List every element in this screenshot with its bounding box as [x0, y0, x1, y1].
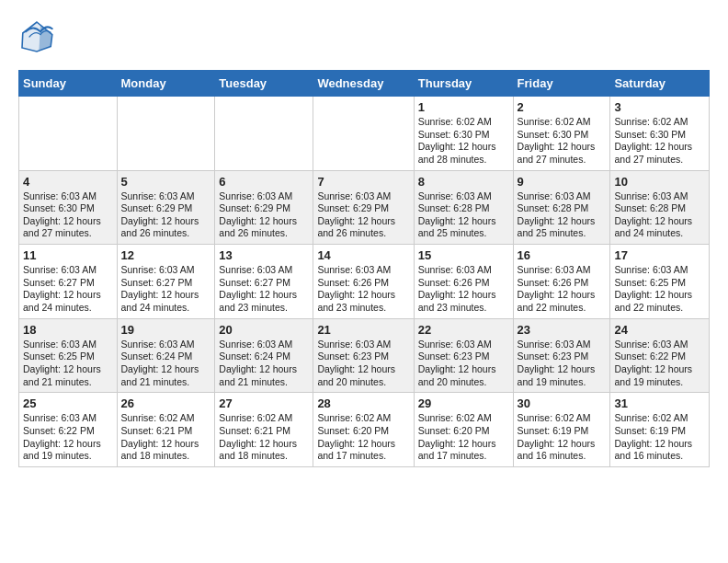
- calendar-cell: 18Sunrise: 6:03 AMSunset: 6:25 PMDayligh…: [19, 318, 118, 393]
- day-info: Sunrise: 6:02 AM: [518, 116, 607, 129]
- logo-icon: [18, 18, 55, 55]
- day-info: Sunrise: 6:03 AM: [614, 264, 705, 277]
- calendar-week-row: 11Sunrise: 6:03 AMSunset: 6:27 PMDayligh…: [19, 245, 710, 319]
- day-info: Daylight: 12 hours and 22 minutes.: [518, 289, 607, 314]
- day-info: Daylight: 12 hours and 23 minutes.: [418, 289, 509, 314]
- day-info: Daylight: 12 hours and 24 minutes.: [23, 289, 113, 314]
- day-info: Daylight: 12 hours and 20 minutes.: [317, 363, 409, 388]
- day-info: Sunset: 6:27 PM: [23, 277, 113, 290]
- calendar-cell: 3Sunrise: 6:02 AMSunset: 6:30 PMDaylight…: [610, 97, 710, 171]
- day-info: Sunset: 6:30 PM: [518, 129, 607, 142]
- day-number: 23: [518, 323, 607, 337]
- day-info: Sunset: 6:29 PM: [219, 202, 309, 215]
- day-info: Sunrise: 6:03 AM: [418, 264, 509, 277]
- day-info: Daylight: 12 hours and 25 minutes.: [518, 215, 607, 240]
- day-number: 31: [614, 396, 705, 410]
- calendar-cell: 31Sunrise: 6:02 AMSunset: 6:19 PMDayligh…: [610, 393, 710, 467]
- day-info: Sunrise: 6:02 AM: [317, 412, 409, 425]
- day-number: 3: [614, 100, 705, 114]
- day-info: Sunset: 6:30 PM: [418, 129, 509, 142]
- day-info: Sunrise: 6:03 AM: [121, 264, 211, 277]
- day-info: Sunset: 6:24 PM: [219, 350, 309, 363]
- day-info: Sunrise: 6:03 AM: [518, 339, 607, 351]
- day-number: 26: [121, 396, 211, 410]
- day-number: 17: [614, 248, 705, 262]
- day-number: 12: [121, 248, 211, 262]
- day-info: Sunrise: 6:03 AM: [518, 264, 607, 277]
- day-info: Sunrise: 6:03 AM: [614, 339, 705, 351]
- day-info: Sunrise: 6:02 AM: [418, 412, 509, 425]
- col-header-sunday: Sunday: [19, 71, 118, 97]
- calendar-cell: 30Sunrise: 6:02 AMSunset: 6:19 PMDayligh…: [513, 393, 610, 467]
- day-info: Sunset: 6:29 PM: [317, 202, 409, 215]
- day-info: Sunrise: 6:03 AM: [614, 190, 705, 203]
- calendar-cell: 26Sunrise: 6:02 AMSunset: 6:21 PMDayligh…: [117, 393, 215, 467]
- day-info: Sunset: 6:20 PM: [317, 425, 409, 438]
- day-number: 8: [418, 175, 509, 189]
- day-info: Sunrise: 6:03 AM: [219, 190, 309, 203]
- day-info: Sunset: 6:23 PM: [518, 350, 607, 363]
- day-info: Daylight: 12 hours and 23 minutes.: [317, 289, 409, 314]
- calendar-cell: [117, 97, 215, 171]
- day-info: Daylight: 12 hours and 16 minutes.: [614, 438, 705, 463]
- day-info: Daylight: 12 hours and 21 minutes.: [23, 363, 113, 388]
- calendar-cell: 12Sunrise: 6:03 AMSunset: 6:27 PMDayligh…: [117, 245, 215, 319]
- day-number: 29: [418, 396, 509, 410]
- day-number: 25: [23, 396, 113, 410]
- day-number: 19: [121, 323, 211, 337]
- day-number: 24: [614, 323, 705, 337]
- calendar-cell: 5Sunrise: 6:03 AMSunset: 6:29 PMDaylight…: [117, 170, 215, 245]
- day-info: Sunset: 6:19 PM: [518, 425, 607, 438]
- day-info: Daylight: 12 hours and 19 minutes.: [614, 363, 705, 388]
- day-info: Sunrise: 6:03 AM: [23, 264, 113, 277]
- calendar-cell: 14Sunrise: 6:03 AMSunset: 6:26 PMDayligh…: [313, 245, 414, 319]
- day-info: Sunrise: 6:02 AM: [418, 116, 509, 129]
- day-info: Sunrise: 6:03 AM: [121, 190, 211, 203]
- day-info: Sunset: 6:22 PM: [614, 350, 705, 363]
- calendar-cell: [19, 97, 118, 171]
- calendar-cell: 19Sunrise: 6:03 AMSunset: 6:24 PMDayligh…: [117, 318, 215, 393]
- calendar-cell: 16Sunrise: 6:03 AMSunset: 6:26 PMDayligh…: [513, 245, 610, 319]
- day-info: Sunrise: 6:03 AM: [23, 190, 113, 203]
- day-number: 16: [518, 248, 607, 262]
- day-number: 10: [614, 175, 705, 189]
- col-header-monday: Monday: [117, 71, 215, 97]
- day-number: 5: [121, 175, 211, 189]
- calendar-cell: 29Sunrise: 6:02 AMSunset: 6:20 PMDayligh…: [414, 393, 513, 467]
- day-info: Sunrise: 6:03 AM: [317, 264, 409, 277]
- page-header: [18, 18, 710, 55]
- day-info: Sunrise: 6:02 AM: [219, 412, 309, 425]
- day-info: Daylight: 12 hours and 27 minutes.: [518, 141, 607, 166]
- col-header-wednesday: Wednesday: [313, 71, 414, 97]
- day-info: Sunrise: 6:03 AM: [219, 339, 309, 351]
- col-header-thursday: Thursday: [414, 71, 513, 97]
- day-info: Daylight: 12 hours and 24 minutes.: [121, 289, 211, 314]
- day-number: 13: [219, 248, 309, 262]
- calendar-cell: 13Sunrise: 6:03 AMSunset: 6:27 PMDayligh…: [215, 245, 313, 319]
- calendar-week-row: 4Sunrise: 6:03 AMSunset: 6:30 PMDaylight…: [19, 170, 710, 245]
- day-info: Sunrise: 6:03 AM: [518, 190, 607, 203]
- day-info: Daylight: 12 hours and 25 minutes.: [418, 215, 509, 240]
- day-number: 11: [23, 248, 113, 262]
- day-number: 15: [418, 248, 509, 262]
- day-info: Sunset: 6:27 PM: [121, 277, 211, 290]
- day-info: Daylight: 12 hours and 26 minutes.: [121, 215, 211, 240]
- day-info: Daylight: 12 hours and 28 minutes.: [418, 141, 509, 166]
- col-header-saturday: Saturday: [610, 71, 710, 97]
- calendar-cell: 23Sunrise: 6:03 AMSunset: 6:23 PMDayligh…: [513, 318, 610, 393]
- day-info: Sunrise: 6:02 AM: [121, 412, 211, 425]
- day-info: Daylight: 12 hours and 26 minutes.: [219, 215, 309, 240]
- day-info: Sunset: 6:26 PM: [317, 277, 409, 290]
- day-info: Daylight: 12 hours and 23 minutes.: [219, 289, 309, 314]
- calendar-cell: 28Sunrise: 6:02 AMSunset: 6:20 PMDayligh…: [313, 393, 414, 467]
- calendar-header-row: SundayMondayTuesdayWednesdayThursdayFrid…: [19, 71, 710, 97]
- day-number: 18: [23, 323, 113, 337]
- calendar-week-row: 1Sunrise: 6:02 AMSunset: 6:30 PMDaylight…: [19, 97, 710, 171]
- day-info: Sunset: 6:23 PM: [317, 350, 409, 363]
- day-number: 4: [23, 175, 113, 189]
- day-info: Daylight: 12 hours and 22 minutes.: [614, 289, 705, 314]
- calendar-cell: [215, 97, 313, 171]
- calendar-cell: 4Sunrise: 6:03 AMSunset: 6:30 PMDaylight…: [19, 170, 118, 245]
- day-info: Sunset: 6:19 PM: [614, 425, 705, 438]
- calendar-cell: 9Sunrise: 6:03 AMSunset: 6:28 PMDaylight…: [513, 170, 610, 245]
